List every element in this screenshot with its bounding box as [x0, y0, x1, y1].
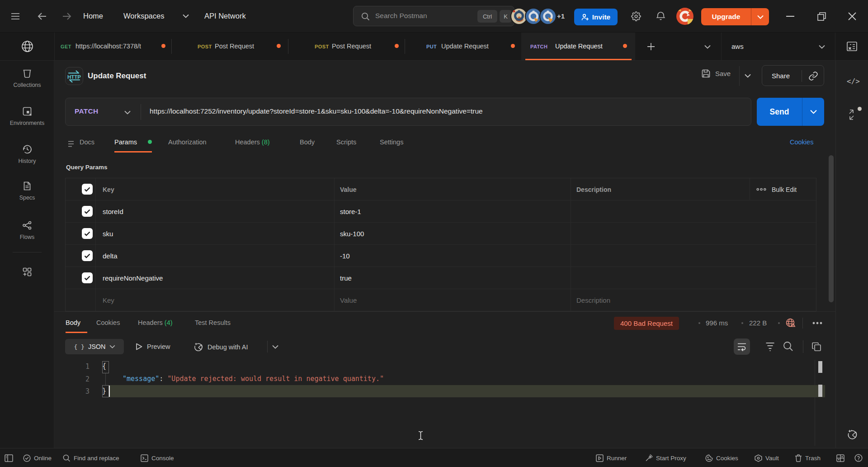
sidebar-configure-workspace-icon[interactable] [0, 267, 54, 277]
save-options-chevron-icon[interactable] [745, 74, 751, 78]
tab-post-request-2[interactable]: POST Post Request [288, 33, 405, 60]
debug-with-ai-button[interactable]: Debug with AI [193, 342, 248, 353]
expand-panel-icon[interactable] [848, 109, 858, 120]
more-actions-icon[interactable] [756, 188, 766, 191]
user-avatar[interactable] [676, 8, 693, 25]
send-options-chevron-icon[interactable] [802, 98, 824, 126]
settings-gear-icon[interactable] [631, 11, 641, 21]
share-button[interactable]: Share [762, 65, 824, 86]
environment-chevron-icon[interactable] [819, 45, 825, 49]
param-checkbox[interactable] [82, 206, 93, 217]
params-scrollbar[interactable] [829, 155, 834, 302]
nav-home[interactable]: Home [83, 12, 103, 20]
collaborator-overflow-count[interactable]: +1 [557, 12, 565, 20]
method-chevron-icon[interactable] [124, 110, 131, 114]
request-tab-params[interactable]: Params [114, 138, 137, 146]
find-and-replace-button[interactable]: Find and replace [63, 448, 119, 467]
param-value[interactable]: true [340, 267, 352, 289]
sidebar-toggle-icon[interactable] [5, 454, 13, 462]
search-response-icon[interactable] [783, 341, 793, 352]
debug-ai-chevron-icon[interactable] [272, 345, 278, 349]
cookies-button[interactable]: Cookies [705, 448, 738, 467]
tab-post-request-1[interactable]: POST Post Request [172, 33, 288, 60]
param-row-requirenonnegative[interactable]: requireNonNegative true [66, 267, 816, 289]
runner-button[interactable]: Runner [596, 448, 627, 467]
response-time[interactable]: 996 ms [706, 319, 728, 327]
tab-put-request[interactable]: PUT Update Request [405, 33, 521, 60]
param-value-placeholder[interactable]: Value [340, 289, 357, 311]
param-key[interactable]: storeId [103, 200, 123, 223]
global-search-input[interactable]: Search Postman Ctrl K [353, 6, 514, 26]
share-link-icon[interactable] [808, 71, 818, 81]
tab-get-request[interactable]: GET https://localhost:7378/t [54, 33, 172, 60]
param-description-placeholder[interactable]: Description [576, 289, 610, 311]
param-value[interactable]: sku-100 [340, 223, 364, 245]
nav-workspaces[interactable]: Workspaces [123, 12, 164, 20]
response-tab-cookies[interactable]: Cookies [96, 319, 120, 326]
code-snippet-icon[interactable]: </> [847, 77, 860, 86]
postbot-icon[interactable] [846, 429, 859, 441]
nav-api-network[interactable]: API Network [204, 12, 246, 20]
request-tab-docs[interactable]: Docs [80, 138, 94, 146]
window-close-button[interactable] [848, 12, 856, 20]
new-tab-plus-icon[interactable] [647, 43, 655, 51]
start-proxy-button[interactable]: Start Proxy [645, 448, 686, 467]
panel-layout-icon[interactable] [836, 454, 844, 462]
window-minimize-button[interactable] [786, 16, 794, 17]
invite-button[interactable]: Invite [574, 9, 618, 25]
back-arrow-icon[interactable] [38, 12, 47, 21]
param-key[interactable]: sku [103, 223, 113, 245]
upgrade-label[interactable]: Upgrade [701, 8, 751, 25]
save-button[interactable]: Save [701, 69, 731, 78]
param-checkbox[interactable] [82, 272, 93, 283]
tab-patch-request-active[interactable]: PATCH Update Request [521, 33, 635, 60]
param-row-delta[interactable]: delta -10 [66, 245, 816, 267]
help-icon[interactable] [854, 454, 863, 462]
notifications-bell-icon[interactable] [656, 11, 665, 21]
param-value[interactable]: store-1 [340, 200, 361, 223]
environment-quick-look-icon[interactable] [846, 40, 858, 52]
request-tab-scripts[interactable]: Scripts [336, 138, 356, 146]
param-checkbox[interactable] [82, 250, 93, 261]
param-key[interactable]: delta [103, 245, 118, 267]
window-restore-button[interactable] [817, 12, 826, 21]
environment-selector[interactable]: aws [731, 43, 744, 50]
sidebar-item-history[interactable]: History [0, 144, 54, 164]
tab-overflow-chevron-icon[interactable] [704, 45, 711, 49]
send-label[interactable]: Send [757, 98, 802, 126]
sidebar-item-environments[interactable]: Environments [0, 106, 54, 126]
param-value[interactable]: -10 [340, 245, 350, 267]
response-tab-test-results[interactable]: Test Results [195, 319, 231, 326]
copy-response-icon[interactable] [811, 342, 821, 352]
param-row-empty[interactable]: Key Value Description [66, 289, 816, 311]
trash-button[interactable]: Trash [795, 448, 821, 467]
param-key-placeholder[interactable]: Key [103, 289, 114, 311]
response-tab-body[interactable]: Body [66, 319, 80, 326]
forward-arrow-icon[interactable] [62, 12, 71, 21]
sidebar-item-specs[interactable]: Specs [0, 181, 54, 201]
vault-button[interactable]: Vault [755, 448, 779, 467]
param-row-sku[interactable]: sku sku-100 [66, 223, 816, 245]
sidebar-item-collections[interactable]: Collections [0, 68, 54, 88]
param-checkbox[interactable] [82, 228, 93, 239]
preview-button[interactable]: Preview [135, 343, 170, 351]
upgrade-button[interactable]: Upgrade [701, 8, 769, 25]
response-status-badge[interactable]: 400 Bad Request [614, 317, 679, 330]
upgrade-chevron-icon[interactable] [751, 8, 769, 25]
send-button[interactable]: Send [757, 98, 824, 126]
hamburger-menu-icon[interactable] [11, 13, 20, 20]
bulk-edit-button[interactable]: Bulk Edit [772, 178, 797, 200]
cookies-link[interactable]: Cookies [790, 138, 813, 146]
request-tab-body[interactable]: Body [300, 138, 315, 146]
sidebar-item-flows[interactable]: Flows [0, 220, 54, 240]
url-input[interactable]: https://localhost:7252/inventory/update?… [150, 107, 483, 115]
collaborator-avatar-3[interactable] [539, 8, 557, 25]
request-tab-settings[interactable]: Settings [380, 138, 403, 146]
workspaces-chevron-icon[interactable] [183, 14, 189, 18]
response-more-actions-icon[interactable] [812, 322, 822, 324]
console-button[interactable]: Console [141, 448, 174, 467]
filter-icon[interactable] [765, 342, 775, 351]
response-format-dropdown[interactable]: { } JSON [65, 339, 124, 354]
param-key[interactable]: requireNonNegative [103, 267, 163, 289]
request-tab-headers[interactable]: Headers (8) [235, 138, 270, 146]
